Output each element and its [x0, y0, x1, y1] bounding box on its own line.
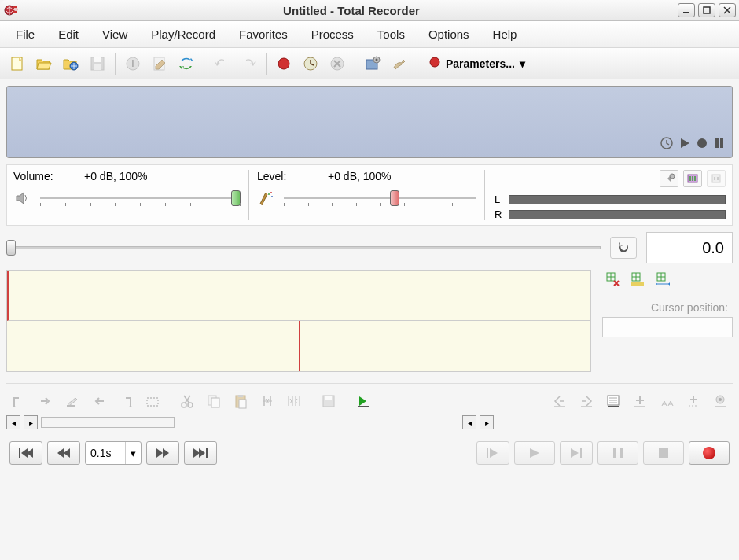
- waveform-left-channel[interactable]: [7, 271, 590, 321]
- menu-edit[interactable]: Edit: [47, 23, 90, 46]
- seek-slider[interactable]: [6, 243, 601, 252]
- waveform-tracks[interactable]: [6, 270, 591, 372]
- settings-button[interactable]: [387, 51, 412, 76]
- play-button[interactable]: [514, 441, 555, 465]
- schedule-button[interactable]: [298, 51, 323, 76]
- meter-settings-button[interactable]: [660, 170, 678, 187]
- scroll-bar-1[interactable]: [41, 417, 175, 428]
- edit-tags-button[interactable]: [147, 51, 172, 76]
- meter-left-label: L: [495, 193, 504, 205]
- autogain-icon[interactable]: [257, 189, 276, 208]
- zoom-selection-button[interactable]: [627, 270, 648, 289]
- marker-at-cursor-button[interactable]: [708, 390, 733, 412]
- step-dropdown-button[interactable]: ▾: [125, 442, 141, 464]
- sel-all-button[interactable]: [140, 390, 165, 412]
- marker-next-button[interactable]: [574, 390, 599, 412]
- zoom-full-button[interactable]: [653, 270, 673, 289]
- step-size-field[interactable]: [86, 447, 125, 459]
- go-end-button[interactable]: [184, 441, 217, 465]
- marker-delete-button[interactable]: [602, 270, 623, 289]
- redo-button[interactable]: [236, 51, 261, 76]
- svg-point-28: [670, 174, 675, 179]
- forward-button[interactable]: [146, 441, 179, 465]
- menu-favorites[interactable]: Favorites: [228, 23, 299, 46]
- level-slider[interactable]: [284, 189, 476, 208]
- menu-help[interactable]: Help: [482, 23, 528, 46]
- record-icon[interactable]: [696, 137, 708, 153]
- minimize-button[interactable]: [678, 3, 695, 17]
- menu-view[interactable]: View: [91, 23, 138, 46]
- sel-from-cursor-button[interactable]: [86, 390, 112, 412]
- waveform-right-channel[interactable]: [7, 321, 590, 371]
- copy-button[interactable]: [201, 390, 226, 412]
- level-value: +0 dB, 100%: [328, 170, 392, 182]
- marker-prev-button[interactable]: [547, 390, 572, 412]
- rewind-button[interactable]: [47, 441, 80, 465]
- delete-button[interactable]: [255, 390, 280, 412]
- stop-button[interactable]: [643, 441, 684, 465]
- stop-scheduled-button[interactable]: [325, 51, 350, 76]
- svg-rect-3: [13, 11, 17, 13]
- menu-options[interactable]: Options: [417, 23, 480, 46]
- cut-button[interactable]: [175, 390, 200, 412]
- save-button[interactable]: [85, 51, 110, 76]
- crop-button[interactable]: [281, 390, 307, 412]
- new-file-button[interactable]: [5, 51, 30, 76]
- marker-list-button[interactable]: [601, 390, 626, 412]
- close-button[interactable]: [719, 3, 736, 17]
- svg-rect-9: [94, 57, 101, 62]
- play-from-start-button[interactable]: [476, 441, 509, 465]
- go-start-button[interactable]: [9, 441, 42, 465]
- svg-rect-24: [720, 138, 723, 148]
- menu-file[interactable]: File: [5, 23, 46, 46]
- level-group: Level: +0 dB, 100%: [249, 170, 485, 220]
- svg-rect-53: [608, 406, 619, 407]
- maximize-button[interactable]: [698, 3, 715, 17]
- svg-point-19: [376, 58, 378, 61]
- refresh-button[interactable]: [174, 51, 199, 76]
- paste-button[interactable]: [228, 390, 253, 412]
- sel-end-button[interactable]: [113, 390, 138, 412]
- sel-start-button[interactable]: [6, 390, 31, 412]
- meter-mode-button[interactable]: [683, 170, 702, 187]
- scroll-left-button-2[interactable]: ◂: [462, 415, 476, 429]
- replay-button[interactable]: [610, 237, 637, 259]
- menu-play-record[interactable]: Play/Record: [140, 23, 226, 46]
- cursor-position-label: Cursor position:: [602, 301, 733, 314]
- marker-insert-button[interactable]: [681, 390, 706, 412]
- svg-point-56: [719, 398, 722, 401]
- pause-button[interactable]: [597, 441, 638, 465]
- info-button[interactable]: i: [120, 51, 145, 76]
- open-url-button[interactable]: [58, 51, 83, 76]
- scroll-right-button[interactable]: ▸: [24, 415, 38, 429]
- open-file-button[interactable]: [31, 51, 57, 76]
- pause-icon[interactable]: [713, 137, 726, 153]
- menu-process[interactable]: Process: [300, 23, 365, 46]
- find-button[interactable]: [654, 390, 679, 412]
- undo-button[interactable]: [209, 51, 234, 76]
- waveform-area: Cursor position:: [6, 270, 733, 372]
- play-icon[interactable]: [678, 137, 691, 153]
- seek-thumb[interactable]: [6, 240, 16, 256]
- save-selection-button[interactable]: [316, 390, 341, 412]
- sel-to-cursor-button[interactable]: [33, 390, 58, 412]
- volume-label: Volume:: [13, 170, 68, 182]
- addons-button[interactable]: [360, 51, 385, 76]
- play-selection-button[interactable]: [351, 390, 376, 412]
- svg-rect-46: [239, 400, 246, 408]
- svg-point-26: [270, 192, 272, 193]
- record-button[interactable]: [689, 441, 730, 465]
- sel-clear-button[interactable]: [60, 390, 85, 412]
- speaker-icon[interactable]: [13, 189, 32, 208]
- scroll-right-button-2[interactable]: ▸: [480, 415, 494, 429]
- scroll-left-button[interactable]: ◂: [6, 415, 20, 429]
- step-size-input[interactable]: ▾: [85, 441, 142, 465]
- marker-add-button[interactable]: [627, 390, 653, 412]
- parameters-button[interactable]: Parameters... ▾: [422, 53, 531, 74]
- viz-transport-icons: [660, 136, 726, 154]
- menu-tools[interactable]: Tools: [366, 23, 416, 46]
- play-to-end-button[interactable]: [560, 441, 593, 465]
- record-start-button[interactable]: [271, 51, 296, 76]
- meter-hold-button[interactable]: [707, 170, 726, 187]
- volume-slider[interactable]: [40, 189, 241, 208]
